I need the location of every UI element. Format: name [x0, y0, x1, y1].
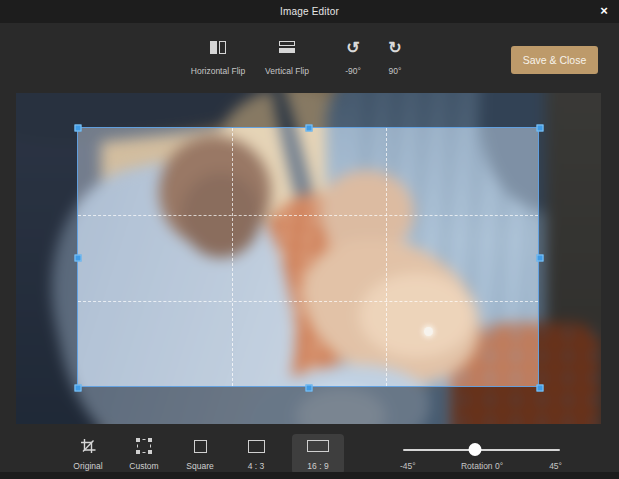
crop-grid-line-horizontal-1 [78, 215, 538, 216]
preset-16-9-label: 16 : 9 [307, 461, 328, 471]
preset-square-button[interactable]: Square [174, 434, 226, 474]
crop-shade-left [16, 127, 77, 387]
rotate-cw-label: 90° [389, 66, 402, 76]
rotation-value-label: Rotation 0° [396, 461, 568, 471]
crop-grid-line-vertical-2 [386, 128, 387, 386]
rotation-slider-track[interactable] [403, 449, 560, 451]
crop-box[interactable] [77, 127, 539, 387]
save-close-button[interactable]: Save & Close [511, 46, 598, 74]
crop-grid-line-vertical-1 [232, 128, 233, 386]
vertical-flip-label: Vertical Flip [265, 66, 309, 76]
crop-handle-bottom-right[interactable] [537, 385, 544, 392]
preset-4-3-button[interactable]: 4 : 3 [230, 434, 282, 474]
rotate-ccw-icon: ↺ [346, 40, 359, 55]
crop-16-9-icon [307, 440, 329, 452]
horizontal-flip-icon [210, 41, 226, 54]
preset-16-9-button[interactable]: 16 : 9 [292, 434, 344, 474]
rotate-cw-button[interactable]: ↻ 90° [376, 40, 414, 76]
horizontal-flip-label: Horizontal Flip [191, 66, 245, 76]
dialog-title: Image Editor [280, 6, 339, 17]
crop-shade-top [16, 93, 601, 127]
crop-handle-bottom-left[interactable] [75, 385, 82, 392]
crop-handle-middle-right[interactable] [537, 255, 544, 262]
preset-square-label: Square [186, 461, 213, 471]
crop-handle-top-right[interactable] [537, 125, 544, 132]
close-icon[interactable]: × [594, 0, 614, 20]
title-bar: Image Editor × [0, 0, 619, 23]
horizontal-flip-button[interactable]: Horizontal Flip [186, 40, 250, 76]
crop-handle-top-middle[interactable] [306, 125, 313, 132]
rotate-ccw-label: -90° [345, 66, 361, 76]
crop-shade-right [539, 127, 601, 387]
preset-custom-label: Custom [129, 461, 158, 471]
crop-handle-bottom-middle[interactable] [306, 385, 313, 392]
crop-shade-bottom [16, 387, 601, 424]
bottom-edge-strip [0, 472, 619, 479]
crop-square-icon [194, 440, 207, 453]
crop-custom-icon [137, 439, 151, 453]
preset-custom-button[interactable]: Custom [118, 434, 170, 474]
vertical-flip-icon [279, 41, 295, 53]
vertical-flip-button[interactable]: Vertical Flip [255, 40, 319, 76]
crop-handle-middle-left[interactable] [75, 255, 82, 262]
rotate-ccw-button[interactable]: ↺ -90° [334, 40, 372, 76]
image-editor-dialog: { "window": { "title": "Image Editor", "… [0, 0, 619, 479]
crop-grid-line-horizontal-2 [78, 301, 538, 302]
rotate-cw-icon: ↻ [388, 40, 401, 55]
rotation-slider-thumb[interactable] [469, 443, 482, 456]
preset-original-label: Original [73, 461, 102, 471]
rotation-slider: -45° Rotation 0° 45° [396, 437, 568, 471]
photo-canvas [16, 93, 601, 424]
crop-handle-top-left[interactable] [75, 125, 82, 132]
preset-4-3-label: 4 : 3 [248, 461, 265, 471]
rotation-max-label: 45° [549, 461, 562, 471]
crop-4-3-icon [248, 440, 265, 453]
crop-original-icon [80, 438, 96, 454]
preset-original-button[interactable]: Original [62, 434, 114, 474]
